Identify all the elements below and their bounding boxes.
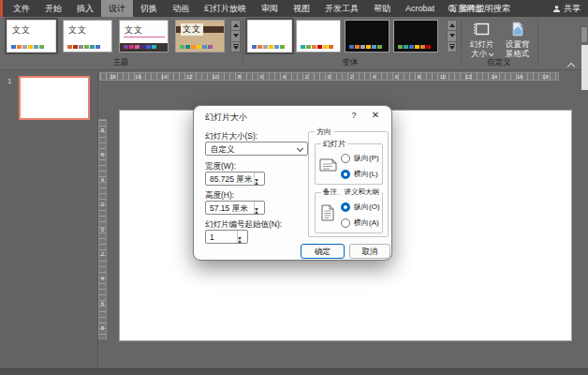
design-ribbon: 文文 文文 文文 文文 主题 <box>0 17 588 70</box>
variant-thumbnail-4[interactable] <box>393 20 438 52</box>
tab-review[interactable]: 审阅 <box>254 0 286 17</box>
window-brand-strip <box>0 0 3 17</box>
variant-palette <box>301 45 333 49</box>
themes-scroll-down-icon[interactable] <box>230 31 241 41</box>
width-value: 85.725 厘米 <box>210 174 252 186</box>
powerpoint-window: 文件 开始 插入 设计 切换 动画 幻灯片放映 审阅 视图 开发工具 帮助 Ac… <box>0 0 588 375</box>
variant-thumbnail-1[interactable] <box>247 20 292 52</box>
themes-scroll-up-icon[interactable] <box>230 20 241 31</box>
tab-home[interactable]: 开始 <box>37 0 69 17</box>
theme-sample-text: 文文 <box>68 24 87 37</box>
window-edge-button[interactable] <box>581 26 588 43</box>
radio-icon <box>341 154 350 163</box>
person-icon <box>552 5 561 13</box>
radio-selected-icon <box>341 170 350 179</box>
height-value: 57.15 厘米 <box>210 203 248 215</box>
radio-icon <box>341 218 350 228</box>
tab-acrobat[interactable]: Acrobat <box>398 0 442 17</box>
radio-label: 纵向(O) <box>354 202 380 212</box>
theme-palette <box>67 45 100 49</box>
slides-orientation-label: 幻灯片 <box>321 139 347 149</box>
slides-orientation-group: 幻灯片 纵向(P) 横向(L) <box>315 143 383 185</box>
share-button[interactable]: 共享 <box>552 0 581 17</box>
radio-notes-landscape[interactable]: 横向(A) <box>341 218 379 228</box>
search-icon <box>448 5 456 13</box>
ribbon-tab-bar: 文件 开始 插入 设计 切换 动画 幻灯片放映 审阅 视图 开发工具 帮助 Ac… <box>0 0 588 17</box>
tab-animations[interactable]: 动画 <box>165 0 197 17</box>
themes-group-label: 主题 <box>0 57 242 68</box>
ribbon-tabs: 文件 开始 插入 设计 切换 动画 幻灯片放映 审阅 视图 开发工具 帮助 Ac… <box>6 0 491 17</box>
slide-size-label-line1: 幻灯片 <box>470 39 494 49</box>
variant-palette <box>252 45 285 49</box>
slide-thumbnail-selected[interactable] <box>19 76 90 120</box>
width-stepper[interactable]: 85.725 厘米 <box>205 172 265 186</box>
start-number-stepper[interactable]: 1 <box>205 230 248 244</box>
share-label: 共享 <box>564 3 581 15</box>
dialog-help-icon[interactable]: ? <box>348 110 360 121</box>
number-step-down-icon[interactable] <box>238 240 247 249</box>
variant-palette <box>398 45 431 49</box>
variant-thumbnail-2[interactable] <box>296 20 341 52</box>
landscape-page-icon <box>319 158 337 172</box>
variant-palette <box>349 45 382 49</box>
tab-help[interactable]: 帮助 <box>366 0 398 17</box>
width-step-down-icon[interactable] <box>255 182 264 191</box>
format-background-label-line1: 设置背 <box>506 39 530 49</box>
height-stepper[interactable]: 57.15 厘米 <box>205 201 265 215</box>
dropdown-caret-icon <box>489 51 494 56</box>
slide-size-icon <box>474 21 491 38</box>
collapse-ribbon-icon[interactable] <box>567 62 575 69</box>
group-separator <box>537 20 538 67</box>
theme-thumbnail-2[interactable]: 文文 <box>63 20 112 52</box>
radio-selected-icon <box>341 202 350 212</box>
radio-label: 横向(L) <box>354 169 378 179</box>
horizontal-ruler: 18161412108642024681012141618 <box>99 72 559 81</box>
tell-me-search[interactable]: 操作说明搜索 <box>448 0 510 17</box>
customize-group-label: 自定义 <box>463 57 536 68</box>
group-separator <box>461 20 462 67</box>
themes-gallery-more-icon[interactable] <box>230 42 241 52</box>
tab-design[interactable]: 设计 <box>101 0 133 17</box>
radio-slides-landscape[interactable]: 横向(L) <box>341 169 378 179</box>
chevron-down-icon <box>297 145 303 152</box>
tab-developer[interactable]: 开发工具 <box>317 0 366 17</box>
tab-transitions[interactable]: 切换 <box>133 0 165 17</box>
variants-scroll-up-icon[interactable] <box>447 20 457 31</box>
tab-slideshow[interactable]: 幻灯片放映 <box>197 0 254 17</box>
slide-size-dialog: 幻灯片大小 ? ✕ 幻灯片大小(S): 自定义 宽度(W): 85.725 厘米… <box>193 105 392 261</box>
portrait-page-icon <box>321 204 334 221</box>
themes-gallery-scroll <box>230 20 241 52</box>
theme-sample-text: 文文 <box>125 24 143 37</box>
radio-notes-portrait[interactable]: 纵向(O) <box>341 202 380 212</box>
tab-view[interactable]: 视图 <box>286 0 317 17</box>
notes-orientation-label: 备注、讲义和大纲 <box>321 188 381 197</box>
orientation-group: 方向 幻灯片 纵向(P) 横向(L) 备注、讲义和大纲 纵向(O) <box>308 131 389 237</box>
dialog-close-icon[interactable]: ✕ <box>369 109 382 122</box>
variant-thumbnail-3[interactable] <box>345 20 390 52</box>
cancel-button[interactable]: 取消 <box>349 244 390 259</box>
tell-me-label: 操作说明搜索 <box>460 3 510 15</box>
vertical-ruler: 864202468 <box>98 119 107 339</box>
radio-slides-portrait[interactable]: 纵向(P) <box>341 153 379 163</box>
start-number-value: 1 <box>210 232 214 242</box>
ok-button[interactable]: 确定 <box>301 244 345 259</box>
radio-label: 横向(A) <box>354 218 379 228</box>
dialog-title: 幻灯片大小 <box>205 112 247 124</box>
notes-orientation-group: 备注、讲义和大纲 纵向(O) 横向(A) <box>315 192 383 233</box>
theme-sample-text: 文文 <box>181 23 203 36</box>
slide-size-dropdown[interactable]: 自定义 <box>205 142 308 156</box>
theme-thumbnail-4[interactable]: 文文 <box>175 20 225 52</box>
status-bar <box>0 368 588 375</box>
theme-thumbnail-3[interactable]: 文文 <box>119 20 169 52</box>
variants-gallery-more-icon[interactable] <box>447 42 457 52</box>
variants-scroll-down-icon[interactable] <box>447 31 457 41</box>
theme-palette <box>124 45 156 49</box>
tab-insert[interactable]: 插入 <box>69 0 101 17</box>
variants-group-label: 变体 <box>243 57 457 68</box>
slide-size-dropdown-value: 自定义 <box>211 144 235 156</box>
tab-file[interactable]: 文件 <box>6 0 37 17</box>
theme-thumbnail-1[interactable]: 文文 <box>7 20 56 52</box>
slide-thumbnail-panel: 1 <box>0 70 98 368</box>
theme-sample-text: 文文 <box>12 24 31 37</box>
scrollbar-track[interactable] <box>581 45 588 90</box>
